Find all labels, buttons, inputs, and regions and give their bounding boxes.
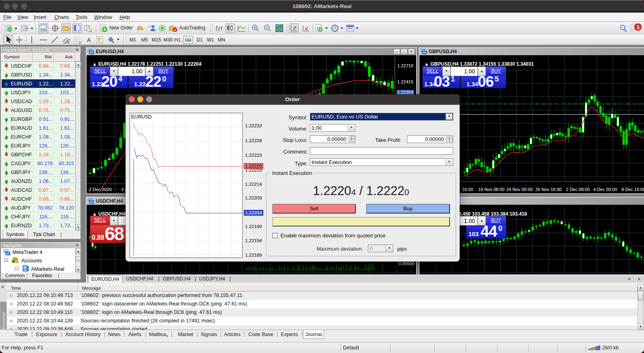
svg-text:1: 1: [637, 24, 640, 30]
svg-text:E: E: [68, 41, 70, 44]
svg-text:T: T: [98, 37, 101, 42]
svg-text:F: F: [79, 41, 81, 44]
